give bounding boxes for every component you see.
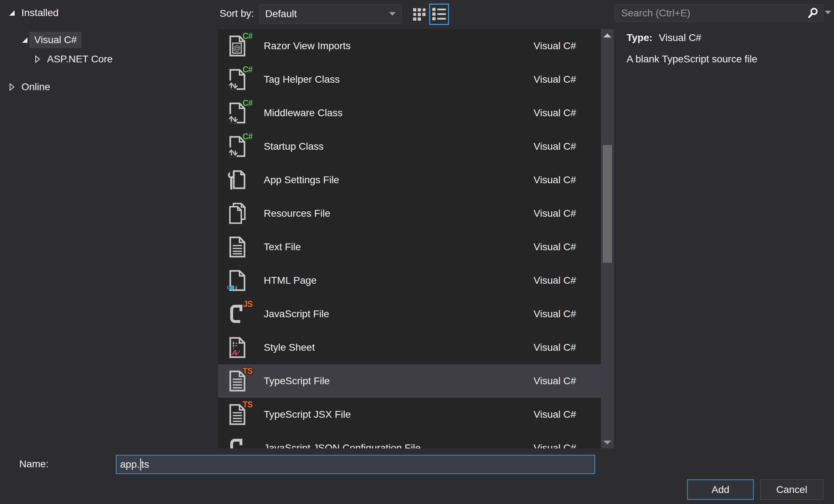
scroll-down-button[interactable] bbox=[601, 436, 614, 448]
list-item-label: Razor View Imports bbox=[264, 40, 351, 52]
expand-icon[interactable] bbox=[7, 82, 16, 92]
arrow-up-icon bbox=[603, 34, 611, 37]
template-description: A blank TypeScript source file bbox=[627, 53, 826, 65]
template-details-pane: Type: Visual C# A blank TypeScript sourc… bbox=[627, 32, 826, 65]
list-item-label: Resources File bbox=[264, 208, 330, 219]
tree-item-label: Visual C# bbox=[29, 32, 82, 48]
scrollbar-thumb[interactable] bbox=[603, 145, 612, 263]
name-value-after-caret: ts bbox=[141, 459, 149, 470]
search-input[interactable] bbox=[615, 7, 803, 19]
list-item-razor-view-imports[interactable]: @C#Razor View ImportsVisual C# bbox=[218, 29, 601, 63]
name-input[interactable]: app. ts bbox=[116, 455, 595, 474]
name-label: Name: bbox=[19, 458, 48, 470]
list-item-app-settings-file[interactable]: App Settings FileVisual C# bbox=[218, 163, 601, 197]
tree-item-label: Installed bbox=[16, 5, 63, 21]
footer-bar: Name: app. ts Add Cancel bbox=[0, 448, 834, 504]
resources-file-icon bbox=[227, 202, 247, 225]
tree-item-online[interactable]: Online bbox=[0, 79, 218, 95]
search-options-chevron-icon[interactable] bbox=[825, 11, 831, 14]
list-item-type: Visual C# bbox=[534, 174, 576, 186]
list-item-text-file[interactable]: Text FileVisual C# bbox=[218, 230, 601, 264]
list-item-label: HTML Page bbox=[264, 275, 316, 286]
javascript-file-icon: JS bbox=[227, 303, 247, 325]
add-button-label: Add bbox=[712, 484, 730, 495]
list-item-label: TypeScript File bbox=[264, 375, 330, 387]
json-config-icon bbox=[227, 437, 247, 448]
list-item-label: JavaScript File bbox=[264, 308, 329, 320]
csharp-class-icon: C# bbox=[227, 135, 247, 158]
tree-item-installed[interactable]: Installed bbox=[0, 5, 218, 21]
collapse-icon[interactable] bbox=[7, 8, 16, 17]
app-settings-icon bbox=[227, 169, 247, 191]
list-toolbar: Sort by: Default bbox=[218, 0, 614, 29]
list-item-type: Visual C# bbox=[534, 141, 576, 152]
c-badge: C# bbox=[243, 132, 252, 142]
ts-badge: TS bbox=[243, 366, 252, 376]
type-label: Type: bbox=[627, 32, 653, 43]
cancel-button-label: Cancel bbox=[776, 484, 807, 495]
tree-item-visual-c[interactable]: Visual C# bbox=[0, 32, 218, 48]
typescript-file-icon: TS bbox=[227, 370, 247, 392]
list-view-button[interactable] bbox=[429, 4, 449, 25]
c-badge: C# bbox=[243, 98, 252, 108]
tree-item-asp-net-core[interactable]: ASP.NET Core bbox=[0, 51, 218, 67]
list-item-label: Middleware Class bbox=[264, 107, 343, 119]
tree-item-label: Online bbox=[16, 79, 55, 95]
search-box[interactable] bbox=[614, 4, 823, 22]
medium-icons-view-icon bbox=[412, 7, 428, 22]
name-value-before-caret: app. bbox=[120, 459, 140, 470]
list-item-label: JavaScript JSON Configuration File bbox=[264, 442, 421, 448]
list-view-icon bbox=[432, 7, 447, 22]
list-item-resources-file[interactable]: Resources FileVisual C# bbox=[218, 197, 601, 230]
scroll-up-button[interactable] bbox=[601, 29, 614, 41]
type-value: Visual C# bbox=[659, 32, 701, 43]
list-item-label: App Settings File bbox=[264, 174, 339, 186]
sort-by-dropdown[interactable]: Default bbox=[259, 4, 402, 24]
list-item-style-sheet[interactable]: A Style SheetVisual C# bbox=[218, 331, 601, 364]
list-item-label: Startup Class bbox=[264, 141, 324, 152]
chevron-down-icon bbox=[389, 12, 396, 16]
expand-icon[interactable] bbox=[33, 55, 42, 64]
magnifier-icon[interactable] bbox=[803, 5, 823, 22]
tree-item-label: ASP.NET Core bbox=[42, 51, 118, 67]
csharp-class-icon: C# bbox=[227, 68, 247, 91]
add-button[interactable]: Add bbox=[687, 479, 754, 500]
html-page-icon bbox=[227, 269, 247, 292]
list-item-type: Visual C# bbox=[534, 375, 576, 387]
template-list: @C#Razor View ImportsVisual C# C#Tag Hel… bbox=[218, 29, 601, 448]
list-item-label: Style Sheet bbox=[264, 342, 315, 353]
c-badge: C# bbox=[243, 65, 252, 74]
arrow-down-icon bbox=[603, 441, 611, 444]
list-item-type: Visual C# bbox=[534, 74, 576, 85]
list-item-typescript-file[interactable]: TSTypeScript FileVisual C# bbox=[218, 364, 601, 398]
typescript-jsx-icon: TS bbox=[227, 403, 247, 426]
sort-by-value: Default bbox=[265, 8, 389, 20]
sort-by-label: Sort by: bbox=[220, 8, 254, 19]
ts-badge: TS bbox=[243, 400, 252, 410]
list-item-type: Visual C# bbox=[534, 442, 576, 448]
list-item-middleware-class[interactable]: C#Middleware ClassVisual C# bbox=[218, 96, 601, 130]
cancel-button[interactable]: Cancel bbox=[760, 479, 823, 500]
text-caret bbox=[140, 458, 141, 470]
list-item-label: TypeScript JSX File bbox=[264, 409, 351, 420]
list-item-html-page[interactable]: HTML PageVisual C# bbox=[218, 264, 601, 297]
list-item-type: Visual C# bbox=[534, 342, 576, 353]
medium-icons-view-button[interactable] bbox=[411, 5, 430, 24]
list-item-tag-helper-class[interactable]: C#Tag Helper ClassVisual C# bbox=[218, 63, 601, 96]
list-item-javascript-file[interactable]: JSJavaScript FileVisual C# bbox=[218, 297, 601, 331]
list-item-typescript-jsx-file[interactable]: TSTypeScript JSX FileVisual C# bbox=[218, 398, 601, 431]
razor-view-imports-icon: @C# bbox=[227, 35, 247, 57]
list-item-type: Visual C# bbox=[534, 107, 576, 119]
list-item-startup-class[interactable]: C#Startup ClassVisual C# bbox=[218, 130, 601, 163]
c-badge: C# bbox=[243, 31, 252, 41]
list-item-label: Text File bbox=[264, 241, 301, 253]
collapse-icon[interactable] bbox=[20, 35, 29, 45]
list-item-javascript-json-configuration-file[interactable]: JavaScript JSON Configuration FileVisual… bbox=[218, 431, 601, 448]
list-scrollbar[interactable] bbox=[601, 29, 614, 448]
text-file-icon bbox=[227, 236, 247, 258]
js-badge: JS bbox=[243, 299, 252, 309]
svg-text:@: @ bbox=[233, 44, 241, 52]
list-item-type: Visual C# bbox=[534, 409, 576, 420]
category-tree: InstalledVisual C#ASP.NET CoreOnline bbox=[0, 0, 218, 448]
csharp-class-icon: C# bbox=[227, 102, 247, 124]
